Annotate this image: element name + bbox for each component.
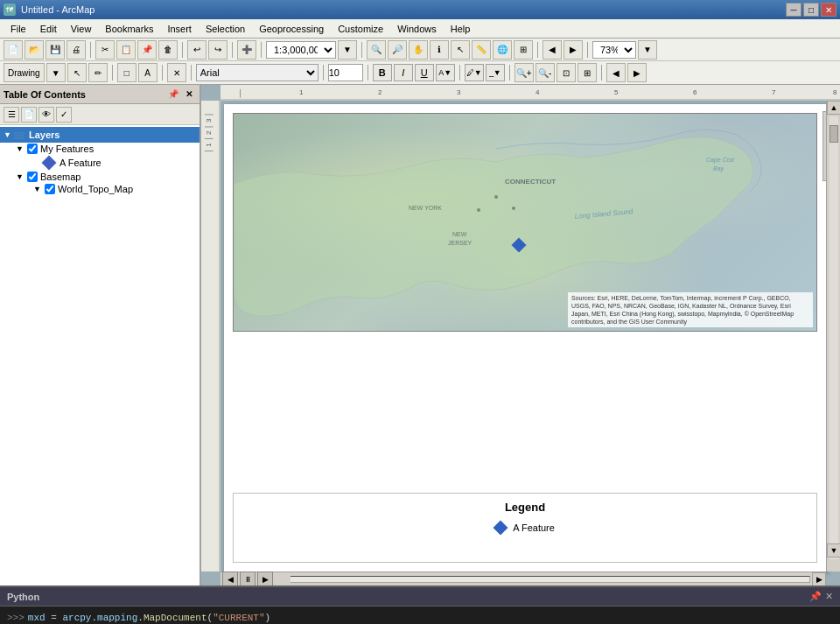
- minimize-button[interactable]: ─: [786, 3, 802, 17]
- layers-expand-icon[interactable]: ▼: [4, 130, 12, 139]
- drawing-text[interactable]: A: [138, 63, 158, 82]
- menu-selection[interactable]: Selection: [199, 22, 252, 36]
- identify-button[interactable]: ℹ: [430, 40, 449, 60]
- highlight-button[interactable]: 🖊▼: [465, 64, 484, 81]
- menu-windows[interactable]: Windows: [390, 22, 444, 36]
- menu-view[interactable]: View: [64, 22, 99, 36]
- save-button[interactable]: 💾: [46, 40, 65, 60]
- delete-button[interactable]: 🗑: [158, 40, 178, 60]
- underline-button[interactable]: U: [415, 64, 434, 81]
- nav-prev-btn[interactable]: ◀: [222, 571, 238, 586]
- basemap-checkbox[interactable]: [27, 172, 38, 182]
- toc-layers-group[interactable]: ▼ Layers: [0, 127, 200, 143]
- topo-expand-icon[interactable]: ▼: [33, 185, 42, 193]
- zoom-out-btn2[interactable]: 🔍-: [536, 63, 555, 82]
- svg-rect-2: [14, 137, 24, 139]
- legend-item-label: A Feature: [513, 522, 555, 533]
- drawing-rect[interactable]: □: [117, 63, 136, 82]
- undo-button[interactable]: ↩: [187, 40, 206, 60]
- toc-visibility-btn[interactable]: 👁: [38, 107, 54, 123]
- basemap-expand-icon[interactable]: ▼: [16, 172, 24, 181]
- python-content[interactable]: >>> mxd = arcpy.mapping.MapDocument("CUR…: [0, 606, 840, 624]
- drawing-label[interactable]: Drawing: [4, 63, 45, 82]
- pan-button[interactable]: ✋: [409, 40, 428, 60]
- redo-button[interactable]: ↪: [208, 40, 228, 60]
- menu-geoprocessing[interactable]: Geoprocessing: [252, 22, 331, 36]
- toc-basemap-item[interactable]: ▼ Basemap: [12, 171, 200, 183]
- select-button[interactable]: ↖: [451, 40, 470, 60]
- zoom-percent-arrow[interactable]: ▼: [638, 40, 657, 60]
- toc-source-btn[interactable]: 📄: [21, 107, 37, 123]
- menu-file[interactable]: File: [4, 22, 33, 36]
- prompt-1: >>>: [7, 610, 24, 624]
- nav-back-btn[interactable]: ◀: [606, 63, 626, 82]
- drawing-select[interactable]: ↖: [67, 63, 87, 82]
- zoom-out-button[interactable]: 🔎: [388, 40, 407, 60]
- menu-customize[interactable]: Customize: [331, 22, 390, 36]
- menu-insert[interactable]: Insert: [160, 22, 199, 36]
- scrollbar-horizontal[interactable]: ◀ ▶: [220, 571, 826, 585]
- my-features-checkbox[interactable]: [27, 144, 38, 154]
- drawing-edit[interactable]: ✏: [88, 63, 108, 82]
- toc-header-right[interactable]: 📌 ✕: [166, 88, 196, 102]
- full-extent-button[interactable]: ⊞: [514, 40, 533, 60]
- paste-button[interactable]: 📌: [137, 40, 157, 60]
- font-color-button[interactable]: A▼: [436, 64, 455, 81]
- nav-pause-btn[interactable]: ⏸: [240, 571, 256, 586]
- map-image[interactable]: Long Island Sound Cape Cod Bay CONNECTIC…: [233, 113, 817, 332]
- menu-help[interactable]: Help: [444, 22, 478, 36]
- print-button[interactable]: 🖨: [66, 40, 86, 60]
- maximize-button[interactable]: □: [803, 3, 819, 17]
- zoom-dropdown-arrow[interactable]: ▼: [338, 40, 357, 60]
- font-size-input[interactable]: [328, 64, 363, 81]
- toc-my-features-item[interactable]: ▼ My Features: [12, 143, 200, 155]
- font-select[interactable]: Arial: [196, 64, 318, 81]
- zoom-full-btn[interactable]: ⊡: [556, 63, 576, 82]
- copy-button[interactable]: 📋: [116, 40, 136, 60]
- measure-button[interactable]: 📏: [472, 40, 491, 60]
- zoom-percent-dropdown[interactable]: 73%: [592, 41, 636, 59]
- close-button[interactable]: ✕: [821, 3, 836, 17]
- scroll-up-btn[interactable]: ▲: [827, 101, 840, 115]
- scroll-right-btn[interactable]: ▶: [812, 572, 826, 586]
- back-button[interactable]: ◀: [542, 40, 562, 60]
- map-canvas[interactable]: │ 1 2 3 4 5 6 7 8 │ 1 │ 2 │ 3 │: [201, 85, 840, 585]
- scrollbar-vertical[interactable]: ▲ ▼: [826, 101, 840, 571]
- my-features-expand-icon[interactable]: ▼: [16, 144, 24, 153]
- zoom-in-btn2[interactable]: 🔍+: [514, 63, 534, 82]
- zoom-in-button[interactable]: 🔍: [367, 40, 386, 60]
- topo-checkbox[interactable]: [45, 184, 55, 194]
- nav-fwd-btn[interactable]: ▶: [627, 63, 647, 82]
- italic-button[interactable]: I: [394, 64, 413, 81]
- menu-bookmarks[interactable]: Bookmarks: [98, 22, 160, 36]
- new-button[interactable]: 📄: [4, 40, 23, 60]
- line-color-button[interactable]: ⎯▼: [486, 64, 505, 81]
- svg-rect-0: [14, 132, 24, 134]
- drawing-arrow[interactable]: ▼: [46, 63, 66, 82]
- toc-header-left: Table Of Contents: [4, 89, 86, 100]
- bold-button[interactable]: B: [373, 64, 392, 81]
- add-data-button[interactable]: ➕: [237, 40, 256, 60]
- python-controls[interactable]: 📌 ✕: [809, 591, 833, 602]
- python-pin-btn[interactable]: 📌: [809, 591, 822, 602]
- toc-list-btn[interactable]: ☰: [4, 107, 19, 123]
- scroll-track[interactable]: [236, 576, 810, 583]
- app-icon: 🗺: [4, 4, 16, 16]
- scroll-down-btn[interactable]: ▼: [827, 543, 840, 557]
- forward-button[interactable]: ▶: [564, 40, 583, 60]
- drawing-cancel[interactable]: ✕: [167, 63, 186, 82]
- toc-feature-item[interactable]: A Feature: [30, 155, 200, 171]
- zoom-dropdown[interactable]: 1:3,000,000: [266, 41, 336, 59]
- globe-button[interactable]: 🌐: [493, 40, 512, 60]
- titlebar-controls[interactable]: ─ □ ✕: [786, 3, 836, 17]
- cut-button[interactable]: ✂: [95, 40, 115, 60]
- nav-next-btn[interactable]: ▶: [257, 571, 273, 586]
- toc-topo-item[interactable]: ▼ World_Topo_Map: [30, 183, 200, 195]
- zoom-page-btn[interactable]: ⊞: [578, 63, 597, 82]
- python-close-btn[interactable]: ✕: [825, 591, 833, 602]
- open-button[interactable]: 📂: [24, 40, 44, 60]
- toc-close-btn[interactable]: ✕: [182, 88, 196, 102]
- toc-float-btn[interactable]: 📌: [166, 88, 180, 102]
- menu-edit[interactable]: Edit: [33, 22, 64, 36]
- toc-select-btn[interactable]: ✓: [56, 107, 72, 123]
